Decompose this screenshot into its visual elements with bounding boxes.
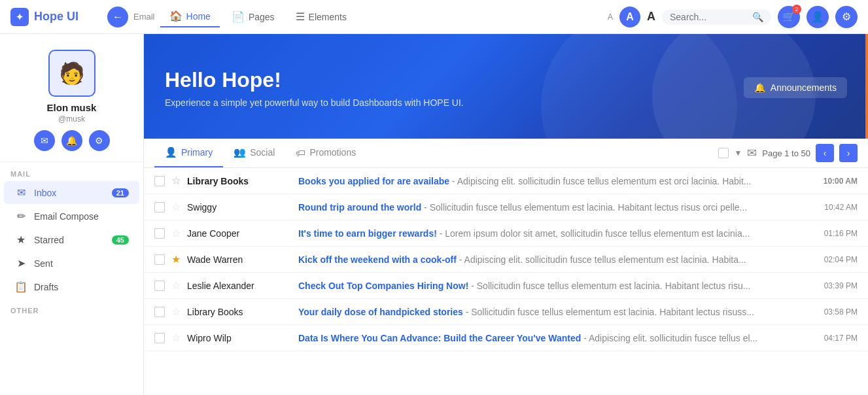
announcements-icon: 🔔 [754, 82, 765, 93]
mail-filter-icon[interactable]: ✉ [747, 146, 757, 160]
search-box: 🔍 [662, 9, 771, 25]
select-chevron[interactable]: ▼ [734, 148, 742, 158]
other-section-title: OTHER [0, 299, 143, 317]
sidebar-sent-label: Sent [34, 258, 129, 269]
font-size-large[interactable]: A [647, 10, 655, 24]
back-button[interactable]: ← [107, 7, 128, 27]
pages-icon: 📄 [232, 10, 245, 23]
email-subject: Check Out Top Companies Hiring Now! - So… [298, 281, 805, 291]
email-sender: Swiggy [187, 202, 292, 213]
next-page-button[interactable]: › [839, 144, 858, 162]
subject-preview: - Adipiscing elit. sollicitudin fusce te… [452, 176, 752, 186]
select-all-checkbox[interactable] [718, 148, 729, 158]
email-label: Email [133, 12, 155, 22]
primary-tab-icon: 👤 [165, 146, 177, 158]
hero-title: Hello Hope! [165, 68, 464, 92]
table-row[interactable]: ☆ Swiggy Round trip around the world - S… [144, 194, 868, 220]
table-row[interactable]: ☆ Wipro Wilp Data Is Where You Can Advan… [144, 325, 868, 351]
right-border-accent [865, 34, 868, 139]
email-checkbox[interactable] [154, 176, 165, 186]
announcements-label: Announcements [771, 82, 837, 93]
email-checkbox[interactable] [154, 307, 165, 317]
starred-badge: 45 [112, 235, 129, 245]
nav-items: 🏠 Home 📄 Pages ☰ Elements [160, 6, 602, 27]
hero-subtitle: Experience a simple yet powerful way to … [165, 97, 464, 108]
sidebar-item-starred[interactable]: ★ Starred 45 [4, 228, 139, 251]
nav-item-pages[interactable]: 📄 Pages [222, 7, 284, 27]
star-icon[interactable]: ☆ [171, 305, 181, 318]
inbox-icon: ✉ [14, 186, 27, 199]
star-icon[interactable]: ☆ [171, 279, 181, 292]
email-checkbox[interactable] [154, 333, 165, 343]
table-row[interactable]: ☆ Leslie Alexander Check Out Top Compani… [144, 273, 868, 299]
table-row[interactable]: ☆ Library Books Books you applied for ar… [144, 168, 868, 194]
email-time: 04:17 PM [812, 334, 858, 343]
sidebar-item-sent[interactable]: ➤ Sent [4, 252, 139, 275]
email-sender: Library Books [187, 307, 292, 317]
star-icon[interactable]: ☆ [171, 332, 181, 344]
settings-button[interactable]: ⚙ [835, 6, 858, 28]
email-time: 01:16 PM [812, 229, 858, 238]
profile-email-button[interactable]: ✉ [34, 130, 55, 151]
search-icon: 🔍 [752, 12, 763, 22]
email-time: 03:39 PM [812, 281, 858, 290]
email-time: 03:58 PM [812, 307, 858, 317]
sidebar-item-drafts[interactable]: 📋 Drafts [4, 275, 139, 298]
subject-bold: It's time to earn bigger rewards! [298, 228, 437, 239]
email-subject: Data Is Where You Can Advance: Build the… [298, 333, 805, 343]
table-row[interactable]: ☆ Jane Cooper It's time to earn bigger r… [144, 220, 868, 247]
nav-pages-label: Pages [249, 12, 275, 22]
promotions-tab-label: Promotions [309, 147, 356, 158]
tab-promotions[interactable]: 🏷 Promotions [285, 139, 366, 167]
subject-bold: Your daily dose of handpicked stories [298, 307, 463, 317]
drafts-icon: 📋 [14, 281, 27, 293]
cart-button[interactable]: 🛒 2 [778, 6, 800, 28]
table-row[interactable]: ☆ Library Books Your daily dose of handp… [144, 299, 868, 325]
nav-item-elements[interactable]: ☰ Elements [286, 7, 356, 27]
compose-icon: ✏ [14, 210, 27, 222]
tab-primary[interactable]: 👤 Primary [154, 139, 223, 167]
star-icon[interactable]: ☆ [171, 227, 181, 239]
email-time: 10:00 AM [812, 177, 858, 186]
tab-social[interactable]: 👥 Social [223, 139, 285, 167]
profile-icons: ✉ 🔔 ⚙ [34, 130, 110, 151]
email-sender: Wade Warren [187, 254, 292, 265]
prev-page-button[interactable]: ‹ [816, 144, 834, 162]
subject-preview: - Adipiscing elit. sollicitudin fusce te… [459, 254, 746, 265]
profile-handle: @musk [58, 114, 85, 124]
logo-icon: ✦ [10, 8, 29, 26]
email-checkbox[interactable] [154, 202, 165, 213]
elements-icon: ☰ [296, 10, 305, 23]
email-sender: Jane Cooper [187, 228, 292, 239]
hero-banner: Hello Hope! Experience a simple yet powe… [144, 34, 868, 139]
sidebar-inbox-label: Inbox [34, 188, 105, 198]
email-checkbox[interactable] [154, 254, 165, 265]
font-size-small[interactable]: A [608, 12, 613, 22]
subject-bold: Check Out Top Companies Hiring Now! [298, 281, 468, 291]
profile-settings-button[interactable]: ⚙ [89, 130, 110, 151]
nav-item-home[interactable]: 🏠 Home [160, 6, 220, 27]
email-pane: 👤 Primary 👥 Social 🏷 Promotions ▼ ✉ Page… [144, 139, 868, 395]
sidebar-item-compose[interactable]: ✏ Email Compose [4, 205, 139, 228]
profile-notification-button[interactable]: 🔔 [61, 130, 82, 151]
table-row[interactable]: ★ Wade Warren Kick off the weekend with … [144, 247, 868, 273]
subject-preview: - Sollicitudin fusce tellus elementum es… [466, 307, 754, 317]
email-checkbox[interactable] [154, 281, 165, 291]
star-icon[interactable]: ☆ [171, 201, 181, 213]
email-checkbox[interactable] [154, 228, 165, 239]
logo-area: ✦ Hope UI [10, 8, 102, 26]
primary-tab-label: Primary [181, 147, 213, 158]
social-tab-icon: 👥 [234, 146, 246, 158]
email-tabs: 👤 Primary 👥 Social 🏷 Promotions ▼ ✉ Page… [144, 139, 868, 168]
font-size-active[interactable]: A [619, 7, 640, 27]
star-icon[interactable]: ★ [171, 253, 181, 266]
announcements-button[interactable]: 🔔 Announcements [744, 77, 847, 98]
search-input[interactable] [670, 12, 748, 22]
nav-elements-label: Elements [309, 12, 347, 22]
nav-right: A A A 🔍 🛒 2 👤 ⚙ [608, 6, 858, 28]
subject-bold: Books you applied for are availabe [298, 176, 449, 186]
sidebar-item-inbox[interactable]: ✉ Inbox 21 [4, 181, 139, 204]
subject-preview: - Adipiscing elit. sollicitudin fusce te… [583, 333, 757, 343]
user-button[interactable]: 👤 [807, 6, 829, 28]
star-icon[interactable]: ☆ [171, 175, 181, 187]
